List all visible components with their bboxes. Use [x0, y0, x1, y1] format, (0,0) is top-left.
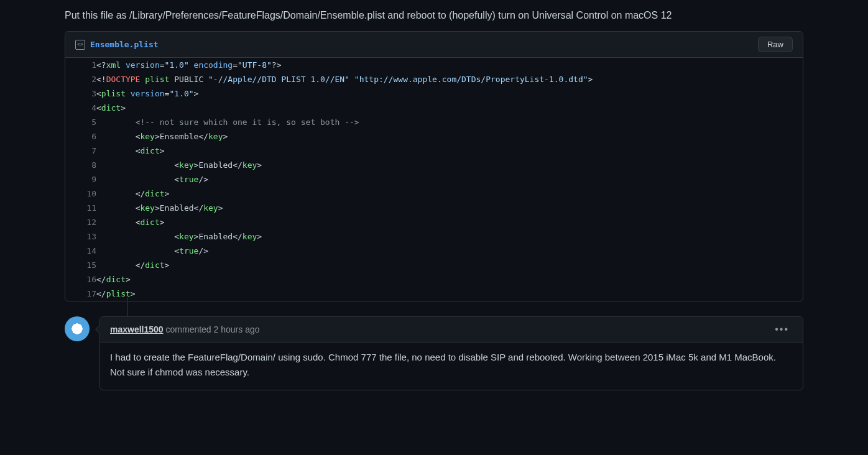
code-line: 16</dict> [65, 272, 803, 287]
code-line: 1<?xml version="1.0" encoding="UTF-8"?> [65, 58, 803, 72]
line-number[interactable]: 9 [65, 172, 96, 186]
line-content: <plist version="1.0"> [96, 86, 803, 101]
code-table: 1<?xml version="1.0" encoding="UTF-8"?>2… [65, 58, 803, 301]
code-line: 6 <key>Ensemble</key> [65, 129, 803, 144]
line-content: <true/> [96, 172, 803, 186]
line-number[interactable]: 12 [65, 215, 96, 229]
gist-description: Put this file as /Library/Preferences/Fe… [65, 10, 803, 21]
line-content: <dict> [96, 215, 803, 229]
code-line: 4<dict> [65, 101, 803, 115]
avatar[interactable] [65, 316, 90, 341]
line-number[interactable]: 17 [65, 287, 96, 301]
comment-author-link[interactable]: maxwell1500 [110, 324, 164, 334]
kebab-icon[interactable]: ••• [771, 322, 793, 337]
line-number[interactable]: 5 [65, 115, 96, 129]
line-number[interactable]: 14 [65, 244, 96, 258]
line-number[interactable]: 6 [65, 129, 96, 144]
code-line: 9 <true/> [65, 172, 803, 186]
code-line: 5 <!-- not sure which one it is, so set … [65, 115, 803, 129]
line-content: <key>Enabled</key> [96, 229, 803, 244]
line-number[interactable]: 11 [65, 201, 96, 215]
code-line: 15 </dict> [65, 258, 803, 272]
file-box: <> Ensemble.plist Raw 1<?xml version="1.… [65, 31, 803, 301]
line-number[interactable]: 13 [65, 229, 96, 244]
line-number[interactable]: 2 [65, 72, 96, 86]
comment: maxwell1500 commented 2 hours ago ••• I … [65, 316, 803, 390]
comment-timestamp-link[interactable]: 2 hours ago [214, 324, 260, 334]
code-line: 3<plist version="1.0"> [65, 86, 803, 101]
line-number[interactable]: 8 [65, 158, 96, 172]
code-file-icon: <> [75, 40, 85, 50]
line-number[interactable]: 7 [65, 144, 96, 158]
line-content: <key>Enabled</key> [96, 158, 803, 172]
raw-button[interactable]: Raw [758, 37, 793, 52]
code-line: 10 </dict> [65, 186, 803, 201]
line-number[interactable]: 3 [65, 86, 96, 101]
line-content: </dict> [96, 258, 803, 272]
line-content: <dict> [96, 144, 803, 158]
line-number[interactable]: 4 [65, 101, 96, 115]
line-number[interactable]: 16 [65, 272, 96, 287]
code-line: 12 <dict> [65, 215, 803, 229]
line-content: <?xml version="1.0" encoding="UTF-8"?> [96, 58, 803, 72]
comment-header: maxwell1500 commented 2 hours ago ••• [100, 317, 803, 342]
line-content: </dict> [96, 186, 803, 201]
file-name-link[interactable]: Ensemble.plist [90, 40, 159, 49]
line-content: </plist> [96, 287, 803, 301]
comment-action-text: commented [166, 324, 211, 334]
line-number[interactable]: 10 [65, 186, 96, 201]
line-content: <!DOCTYPE plist PUBLIC "-//Apple//DTD PL… [96, 72, 803, 86]
code-line: 11 <key>Enabled</key> [65, 201, 803, 215]
line-content: <!-- not sure which one it is, so set bo… [96, 115, 803, 129]
line-content: <dict> [96, 101, 803, 115]
file-header: <> Ensemble.plist Raw [65, 32, 803, 58]
code-line: 2<!DOCTYPE plist PUBLIC "-//Apple//DTD P… [65, 72, 803, 86]
comment-body: I had to create the FeatureFlag/Domain/ … [100, 342, 803, 390]
line-content: <true/> [96, 244, 803, 258]
code-line: 7 <dict> [65, 144, 803, 158]
code-line: 8 <key>Enabled</key> [65, 158, 803, 172]
line-content: <key>Enabled</key> [96, 201, 803, 215]
line-number[interactable]: 1 [65, 58, 96, 72]
code-line: 14 <true/> [65, 244, 803, 258]
line-content: </dict> [96, 272, 803, 287]
line-number[interactable]: 15 [65, 258, 96, 272]
code-line: 17</plist> [65, 287, 803, 301]
code-line: 13 <key>Enabled</key> [65, 229, 803, 244]
line-content: <key>Ensemble</key> [96, 129, 803, 144]
